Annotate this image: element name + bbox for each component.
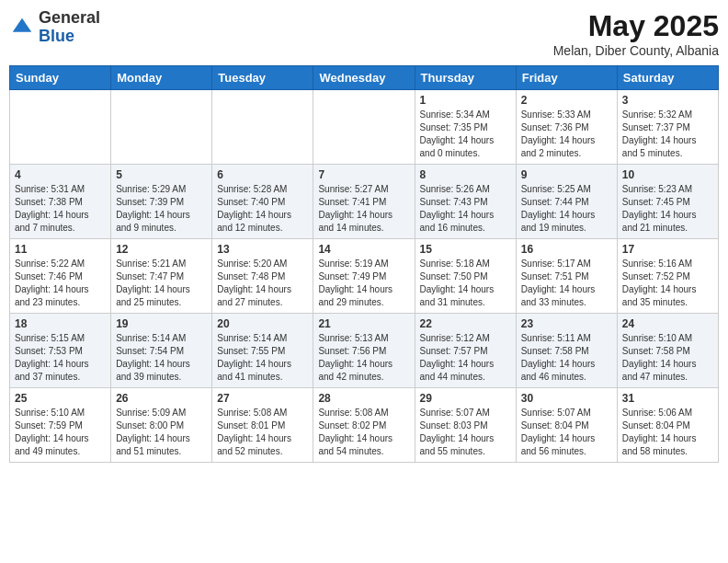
calendar-cell: 11Sunrise: 5:22 AM Sunset: 7:46 PM Dayli… (10, 239, 111, 314)
title-block: May 2025 Melan, Diber County, Albania (553, 9, 719, 58)
calendar-cell: 23Sunrise: 5:11 AM Sunset: 7:58 PM Dayli… (516, 314, 617, 388)
calendar-cell: 25Sunrise: 5:10 AM Sunset: 7:59 PM Dayli… (10, 388, 111, 463)
day-number: 3 (622, 94, 713, 107)
day-header-wednesday: Wednesday (313, 66, 415, 90)
calendar-cell: 14Sunrise: 5:19 AM Sunset: 7:49 PM Dayli… (313, 239, 415, 314)
calendar-cell: 24Sunrise: 5:10 AM Sunset: 7:58 PM Dayli… (617, 314, 718, 388)
calendar-cell (212, 90, 313, 165)
calendar-cell: 7Sunrise: 5:27 AM Sunset: 7:41 PM Daylig… (313, 165, 415, 239)
calendar-week-3: 11Sunrise: 5:22 AM Sunset: 7:46 PM Dayli… (10, 239, 719, 314)
calendar-cell: 20Sunrise: 5:14 AM Sunset: 7:55 PM Dayli… (212, 314, 313, 388)
day-number: 7 (318, 168, 409, 181)
calendar-week-5: 25Sunrise: 5:10 AM Sunset: 7:59 PM Dayli… (10, 388, 719, 463)
calendar-week-2: 4Sunrise: 5:31 AM Sunset: 7:38 PM Daylig… (10, 165, 719, 239)
day-info: Sunrise: 5:13 AM Sunset: 7:56 PM Dayligh… (318, 332, 409, 384)
calendar-cell: 19Sunrise: 5:14 AM Sunset: 7:54 PM Dayli… (111, 314, 212, 388)
day-info: Sunrise: 5:15 AM Sunset: 7:53 PM Dayligh… (15, 332, 106, 384)
logo-blue: Blue (39, 27, 74, 45)
calendar-cell: 9Sunrise: 5:25 AM Sunset: 7:44 PM Daylig… (516, 165, 617, 239)
calendar-cell: 30Sunrise: 5:07 AM Sunset: 8:04 PM Dayli… (516, 388, 617, 463)
calendar-cell: 3Sunrise: 5:32 AM Sunset: 7:37 PM Daylig… (617, 90, 718, 165)
day-info: Sunrise: 5:14 AM Sunset: 7:54 PM Dayligh… (116, 332, 207, 384)
day-info: Sunrise: 5:27 AM Sunset: 7:41 PM Dayligh… (318, 183, 409, 235)
day-number: 15 (420, 243, 511, 256)
page-header: General Blue May 2025 Melan, Diber Count… (9, 9, 719, 58)
calendar-cell (111, 90, 212, 165)
day-number: 23 (521, 317, 612, 330)
calendar-cell (10, 90, 111, 165)
day-number: 2 (521, 94, 612, 107)
day-info: Sunrise: 5:26 AM Sunset: 7:43 PM Dayligh… (420, 183, 511, 235)
location-subtitle: Melan, Diber County, Albania (553, 43, 719, 58)
day-number: 10 (622, 168, 713, 181)
calendar-cell: 4Sunrise: 5:31 AM Sunset: 7:38 PM Daylig… (10, 165, 111, 239)
svg-marker-0 (13, 18, 32, 32)
logo: General Blue (9, 9, 100, 46)
day-number: 18 (15, 317, 106, 330)
calendar-cell: 16Sunrise: 5:17 AM Sunset: 7:51 PM Dayli… (516, 239, 617, 314)
day-info: Sunrise: 5:34 AM Sunset: 7:35 PM Dayligh… (420, 109, 511, 160)
day-number: 13 (217, 243, 308, 256)
day-number: 31 (622, 392, 713, 405)
day-info: Sunrise: 5:31 AM Sunset: 7:38 PM Dayligh… (15, 183, 106, 235)
calendar-cell: 15Sunrise: 5:18 AM Sunset: 7:50 PM Dayli… (415, 239, 516, 314)
day-header-sunday: Sunday (10, 66, 111, 90)
calendar-cell: 1Sunrise: 5:34 AM Sunset: 7:35 PM Daylig… (415, 90, 516, 165)
day-info: Sunrise: 5:12 AM Sunset: 7:57 PM Dayligh… (420, 332, 511, 384)
day-number: 28 (318, 392, 409, 405)
day-info: Sunrise: 5:23 AM Sunset: 7:45 PM Dayligh… (622, 183, 713, 235)
calendar-header-row: SundayMondayTuesdayWednesdayThursdayFrid… (10, 66, 719, 90)
calendar-cell: 18Sunrise: 5:15 AM Sunset: 7:53 PM Dayli… (10, 314, 111, 388)
calendar-cell: 28Sunrise: 5:08 AM Sunset: 8:02 PM Dayli… (313, 388, 415, 463)
day-number: 24 (622, 317, 713, 330)
day-info: Sunrise: 5:18 AM Sunset: 7:50 PM Dayligh… (420, 258, 511, 309)
day-info: Sunrise: 5:29 AM Sunset: 7:39 PM Dayligh… (116, 183, 207, 235)
calendar-week-4: 18Sunrise: 5:15 AM Sunset: 7:53 PM Dayli… (10, 314, 719, 388)
day-info: Sunrise: 5:08 AM Sunset: 8:02 PM Dayligh… (318, 407, 409, 458)
calendar-table: SundayMondayTuesdayWednesdayThursdayFrid… (9, 65, 719, 463)
day-info: Sunrise: 5:33 AM Sunset: 7:36 PM Dayligh… (521, 109, 612, 160)
day-number: 14 (318, 243, 409, 256)
day-number: 22 (420, 317, 511, 330)
day-info: Sunrise: 5:22 AM Sunset: 7:46 PM Dayligh… (15, 258, 106, 309)
day-number: 4 (15, 168, 106, 181)
day-info: Sunrise: 5:08 AM Sunset: 8:01 PM Dayligh… (217, 407, 308, 458)
day-number: 20 (217, 317, 308, 330)
day-info: Sunrise: 5:28 AM Sunset: 7:40 PM Dayligh… (217, 183, 308, 235)
calendar-cell: 6Sunrise: 5:28 AM Sunset: 7:40 PM Daylig… (212, 165, 313, 239)
day-number: 8 (420, 168, 511, 181)
calendar-cell: 27Sunrise: 5:08 AM Sunset: 8:01 PM Dayli… (212, 388, 313, 463)
calendar-cell: 13Sunrise: 5:20 AM Sunset: 7:48 PM Dayli… (212, 239, 313, 314)
day-info: Sunrise: 5:17 AM Sunset: 7:51 PM Dayligh… (521, 258, 612, 309)
logo-general: General (39, 8, 100, 27)
day-number: 29 (420, 392, 511, 405)
day-info: Sunrise: 5:10 AM Sunset: 7:59 PM Dayligh… (15, 407, 106, 458)
day-number: 27 (217, 392, 308, 405)
day-header-monday: Monday (111, 66, 212, 90)
day-info: Sunrise: 5:19 AM Sunset: 7:49 PM Dayligh… (318, 258, 409, 309)
day-info: Sunrise: 5:07 AM Sunset: 8:03 PM Dayligh… (420, 407, 511, 458)
day-header-friday: Friday (516, 66, 617, 90)
day-number: 6 (217, 168, 308, 181)
calendar-week-1: 1Sunrise: 5:34 AM Sunset: 7:35 PM Daylig… (10, 90, 719, 165)
calendar-cell: 8Sunrise: 5:26 AM Sunset: 7:43 PM Daylig… (415, 165, 516, 239)
day-number: 16 (521, 243, 612, 256)
calendar-cell: 31Sunrise: 5:06 AM Sunset: 8:04 PM Dayli… (617, 388, 718, 463)
month-title: May 2025 (553, 9, 719, 43)
day-number: 21 (318, 317, 409, 330)
day-info: Sunrise: 5:11 AM Sunset: 7:58 PM Dayligh… (521, 332, 612, 384)
logo-text: General Blue (39, 9, 100, 46)
day-info: Sunrise: 5:09 AM Sunset: 8:00 PM Dayligh… (116, 407, 207, 458)
day-info: Sunrise: 5:16 AM Sunset: 7:52 PM Dayligh… (622, 258, 713, 309)
calendar-cell: 21Sunrise: 5:13 AM Sunset: 7:56 PM Dayli… (313, 314, 415, 388)
day-number: 26 (116, 392, 207, 405)
day-info: Sunrise: 5:32 AM Sunset: 7:37 PM Dayligh… (622, 109, 713, 160)
day-number: 5 (116, 168, 207, 181)
day-header-thursday: Thursday (415, 66, 516, 90)
calendar-cell: 26Sunrise: 5:09 AM Sunset: 8:00 PM Dayli… (111, 388, 212, 463)
day-number: 19 (116, 317, 207, 330)
calendar-cell: 12Sunrise: 5:21 AM Sunset: 7:47 PM Dayli… (111, 239, 212, 314)
day-number: 25 (15, 392, 106, 405)
calendar-cell (313, 90, 415, 165)
day-info: Sunrise: 5:14 AM Sunset: 7:55 PM Dayligh… (217, 332, 308, 384)
